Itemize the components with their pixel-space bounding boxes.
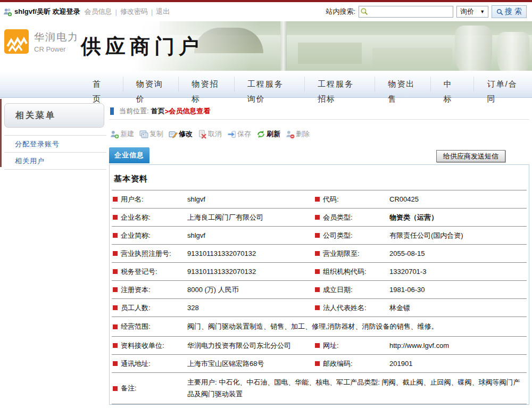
modify-icon <box>169 130 178 139</box>
nav-item[interactable]: 工程服务招标 <box>304 77 375 91</box>
sidebar-title: 相关菜单 <box>4 103 104 128</box>
topbar-links: 会员信息|修改密码|退出 <box>82 7 172 16</box>
sidebar-item[interactable]: 相关用户 <box>4 152 106 170</box>
bullet-square-icon <box>113 233 118 238</box>
field-value: http://www.lgvf.com <box>389 342 517 349</box>
search-icon <box>496 9 503 15</box>
save-icon <box>227 130 236 139</box>
bullet-square-icon <box>315 305 320 310</box>
bullet-square-icon <box>315 287 320 292</box>
brand: 华润电力 CR Power <box>4 29 79 54</box>
link-separator: | <box>151 8 153 16</box>
refresh-icon <box>256 130 265 139</box>
power-plant-image <box>0 21 532 71</box>
field-label: 公司类型: <box>315 231 389 240</box>
field-value: 13320701-3 <box>389 268 517 276</box>
tab-company-info[interactable]: 企业信息 <box>109 147 149 163</box>
sidebar-item[interactable]: 分配登录账号 <box>4 135 106 152</box>
nav-item[interactable]: 首 页 <box>80 77 123 91</box>
search-field-icon <box>360 7 368 15</box>
info-row: 企业名称:上海良工阀门厂有限公司会员类型:物资类（运营） <box>112 209 527 227</box>
bullet-square-icon <box>113 251 118 256</box>
bullet-square-icon <box>315 215 320 220</box>
field-value: shlgvf <box>187 231 315 239</box>
field-value: 有限责任公司(国内合资) <box>389 231 517 240</box>
site-search-input[interactable] <box>359 6 453 18</box>
info-row: 员工人数:328法人代表姓名:林金镖 <box>112 299 527 317</box>
info-row: 营业执照注册号:913101131332070132营业期限至:2055-08-… <box>112 245 527 263</box>
topbar-link[interactable]: 退出 <box>156 7 170 16</box>
search-category-value: 询价 <box>460 7 474 16</box>
nav-item[interactable]: 中 标 <box>430 77 474 91</box>
bullet-square-icon <box>113 287 118 292</box>
link-separator: | <box>115 8 117 16</box>
breadcrumb: 当前位置: 首页 > 会员信息查看 <box>109 103 529 120</box>
logged-in-user: shlgvf/吴昕 欢迎登录 <box>14 7 80 16</box>
field-label: 成立日期: <box>315 285 389 295</box>
field-label: 经营范围: <box>113 322 187 331</box>
toolbar-button-label: 删除 <box>296 129 310 139</box>
main-area: 当前位置: 首页 > 会员信息查看 新建复制修改取消保存刷新删除 企业信息 给供… <box>106 103 532 405</box>
toolbar-button-label: 修改 <box>179 129 193 139</box>
breadcrumb-marker-icon <box>110 107 114 115</box>
breadcrumb-current-link[interactable]: 会员信息查看 <box>169 106 210 116</box>
field-label: 法人代表姓名: <box>315 303 389 313</box>
toolbar-button-label: 刷新 <box>267 129 280 139</box>
topbar-link[interactable]: 会员信息 <box>85 7 112 16</box>
tab-row: 企业信息 给供应商发送短信 <box>109 147 529 163</box>
bullet-square-icon <box>315 361 320 366</box>
field-label: 注册资本: <box>113 285 187 295</box>
copy-icon <box>139 130 148 139</box>
delete-icon <box>286 130 295 139</box>
new-icon <box>110 130 119 139</box>
left-edge-strip <box>0 99 2 167</box>
search-category-select[interactable]: 询价 ▼ <box>456 6 488 18</box>
users-icon <box>3 7 12 16</box>
bullet-square-icon <box>113 343 118 348</box>
info-row: 税务登记号:913101131332070132组织机构代码:13320701-… <box>112 263 527 281</box>
field-label: 员工人数: <box>113 303 187 313</box>
bullet-square-icon <box>315 251 320 256</box>
field-value: 201901 <box>389 360 517 368</box>
info-row: 用户名:shlgvf代码:CR00425 <box>112 190 527 209</box>
modify-toolbar-button[interactable]: 修改 <box>169 129 193 139</box>
field-label: 通讯地址: <box>113 359 187 369</box>
field-value: 上海市宝山区锦宏路68号 <box>187 359 315 369</box>
top-utility-bar: shlgvf/吴昕 欢迎登录 会员信息|修改密码|退出 站内搜索: 询价 ▼ <box>0 2 532 21</box>
bullet-square-icon <box>113 215 118 220</box>
nav-item[interactable]: 物资出售 <box>375 77 430 91</box>
field-value: 913101131332070132 <box>187 268 315 276</box>
nav-item[interactable]: 物资询价 <box>123 77 178 91</box>
sidebar: 相关菜单 分配登录账号相关用户 <box>0 103 106 405</box>
bullet-square-icon <box>315 233 320 238</box>
bullet-square-icon <box>315 343 320 348</box>
refresh-toolbar-button[interactable]: 刷新 <box>256 129 280 139</box>
field-value: 林金镖 <box>389 303 517 313</box>
record-toolbar: 新建复制修改取消保存刷新删除 <box>110 128 529 140</box>
chevron-down-icon: ▼ <box>480 9 485 14</box>
field-value: 阀门、阀门驱动装置制造、销售、加工、修理,消防器材、消防设备的销售、维修。 <box>187 321 526 332</box>
info-row: 资料接收单位:华润电力投资有限公司东北分公司网址:http://www.lgvf… <box>112 337 527 355</box>
nav-item[interactable]: 工程服务询价 <box>234 77 304 91</box>
field-label: 企业简称: <box>113 231 187 240</box>
site-search-label: 站内搜索: <box>326 7 355 16</box>
bullet-square-icon <box>113 305 118 310</box>
cancel-icon <box>198 130 207 139</box>
field-label: 资料接收单位: <box>113 341 187 351</box>
company-info-panel: 基本资料 用户名:shlgvf代码:CR00425企业名称:上海良工阀门厂有限公… <box>109 164 529 405</box>
send-sms-button[interactable]: 给供应商发送短信 <box>436 150 505 162</box>
info-row: 备注:主要用户: 中石化、中石油、国电、华能、核电、军工产品类型: 闸阀、截止阀… <box>112 373 527 404</box>
nav-item[interactable]: 订单/合同 <box>473 77 532 91</box>
brand-name-cn: 华润电力 <box>34 30 79 44</box>
cancel-toolbar-button: 取消 <box>198 129 222 139</box>
breadcrumb-home-link[interactable]: 首页 <box>151 106 165 116</box>
field-value: 913101131332070132 <box>187 249 315 257</box>
search-button[interactable]: 搜 索 <box>492 5 527 18</box>
nav-item[interactable]: 物资招标 <box>178 77 234 91</box>
bullet-square-icon <box>113 269 118 274</box>
topbar-link[interactable]: 修改密码 <box>120 7 148 16</box>
field-value: 上海良工阀门厂有限公司 <box>187 213 315 222</box>
field-label: 企业名称: <box>113 213 187 222</box>
main-nav: 首 页物资询价物资招标工程服务询价工程服务招标物资出售中 标订单/合同 <box>0 71 532 98</box>
info-row: 通讯地址:上海市宝山区锦宏路68号邮政编码:201901 <box>112 355 527 373</box>
